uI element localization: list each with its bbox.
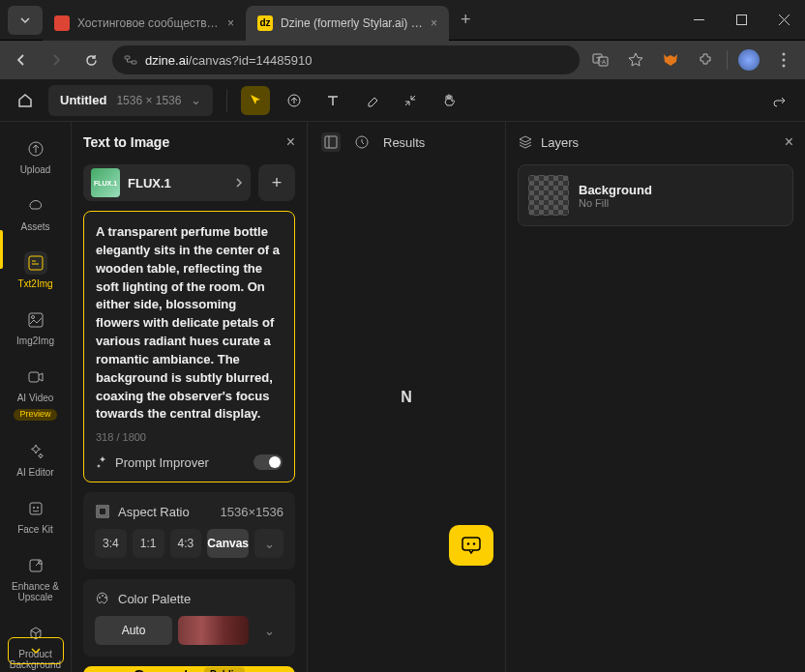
- chat-fab[interactable]: [449, 525, 493, 566]
- svg-point-18: [33, 507, 35, 509]
- ratio-canvas[interactable]: Canvas: [207, 529, 249, 558]
- rail-txt2img[interactable]: Txt2Img: [4, 244, 68, 297]
- svg-rect-0: [694, 19, 704, 20]
- generate-button[interactable]: Generate Public: [83, 666, 295, 672]
- model-thumb: FLUX.1: [91, 168, 120, 197]
- sparkle-icon: [96, 455, 109, 469]
- svg-text:A: A: [602, 59, 606, 65]
- palette-auto-button[interactable]: Auto: [95, 616, 172, 645]
- ratio-3-4[interactable]: 3:4: [95, 529, 127, 558]
- ratio-dropdown[interactable]: ⌄: [254, 529, 283, 558]
- minimize-button[interactable]: [677, 0, 720, 41]
- new-tab-button[interactable]: +: [449, 10, 483, 30]
- public-badge: Public: [204, 667, 245, 672]
- app-root: Untitled 1536 × 1536 ⌄ Upload Assets Txt…: [0, 79, 805, 672]
- layers-icon: [518, 134, 533, 150]
- svg-rect-14: [29, 313, 43, 327]
- layer-name: Background: [579, 183, 652, 197]
- rail-facekit[interactable]: Face Kit: [4, 489, 68, 542]
- layer-thumbnail: [528, 175, 569, 216]
- rail-active-indicator: [0, 230, 3, 269]
- hand-tool[interactable]: [434, 86, 463, 115]
- extension-fox-icon[interactable]: [657, 46, 684, 73]
- prompt-box: A transparent perfume bottle elegantly s…: [83, 211, 295, 482]
- svg-point-8: [783, 53, 786, 56]
- browser-tab-2[interactable]: dz Dzine (formerly Stylar.ai) - The F ×: [246, 6, 449, 41]
- browser-menu-icon[interactable]: [770, 46, 797, 73]
- palette-swatch[interactable]: [178, 616, 249, 645]
- url-domain: dzine.ai: [145, 53, 189, 68]
- rail-assets[interactable]: Assets: [4, 187, 68, 240]
- svg-point-24: [102, 595, 104, 597]
- model-selector[interactable]: FLUX.1 FLUX.1: [83, 164, 251, 201]
- maximize-button[interactable]: [720, 0, 762, 41]
- collapse-tool[interactable]: [396, 86, 425, 115]
- browser-titlebar: Хостинговое сообщество «Tim × dz Dzine (…: [0, 0, 805, 41]
- address-bar[interactable]: dzine.ai/canvas?id=14485910: [112, 45, 580, 74]
- svg-rect-16: [29, 372, 39, 382]
- doc-title: Untitled: [60, 93, 106, 107]
- prompt-improver-label: Prompt Improver: [115, 455, 248, 470]
- svg-rect-22: [99, 508, 106, 515]
- pointer-tool[interactable]: [241, 86, 270, 115]
- text-to-image-panel: Text to Image × FLUX.1 FLUX.1 + A transp…: [72, 122, 308, 672]
- svg-point-9: [783, 59, 786, 62]
- extensions-icon[interactable]: [692, 46, 719, 73]
- add-model-button[interactable]: +: [258, 164, 295, 201]
- aspect-icon: [95, 504, 110, 519]
- palette-dropdown[interactable]: ⌄: [254, 616, 283, 645]
- undo-button[interactable]: [764, 86, 793, 115]
- home-button[interactable]: [12, 87, 39, 114]
- app-toolbar: Untitled 1536 × 1536 ⌄: [0, 79, 805, 122]
- panel-close-button[interactable]: ×: [286, 133, 295, 151]
- tab-search-button[interactable]: [8, 6, 43, 35]
- color-palette-section: Color Palette Auto ⌄: [83, 579, 295, 657]
- results-label: Results: [383, 135, 425, 150]
- browser-tab-1[interactable]: Хостинговое сообщество «Tim ×: [43, 6, 246, 41]
- tab-close-button[interactable]: ×: [431, 16, 437, 30]
- back-button[interactable]: [8, 46, 35, 73]
- rail-upload[interactable]: Upload: [4, 130, 68, 183]
- svg-point-19: [37, 507, 39, 509]
- char-count: 318 / 1800: [96, 431, 283, 443]
- history-icon[interactable]: [354, 134, 370, 150]
- tab-title: Хостинговое сообщество «Tim: [77, 16, 220, 30]
- aspect-value: 1536×1536: [221, 505, 283, 519]
- text-tool[interactable]: [318, 86, 347, 115]
- aspect-ratio-section: Aspect Ratio 1536×1536 3:4 1:1 4:3 Canva…: [83, 492, 295, 570]
- svg-rect-2: [125, 56, 130, 59]
- svg-point-10: [783, 65, 786, 68]
- doc-dimensions: 1536 × 1536: [116, 94, 181, 107]
- prompt-improver-toggle[interactable]: [253, 454, 283, 470]
- document-name[interactable]: Untitled 1536 × 1536 ⌄: [48, 85, 213, 116]
- rail-aivideo[interactable]: AI VideoPreview: [4, 358, 68, 428]
- svg-point-23: [99, 597, 101, 599]
- site-settings-icon: [124, 53, 137, 67]
- rail-enhance[interactable]: Enhance & Upscale: [4, 546, 68, 610]
- close-window-button[interactable]: [762, 0, 805, 41]
- prompt-textarea[interactable]: A transparent perfume bottle elegantly s…: [96, 223, 283, 424]
- layer-fill: No Fill: [579, 197, 652, 209]
- ratio-4-3[interactable]: 4:3: [170, 529, 202, 558]
- ratio-1-1[interactable]: 1:1: [133, 529, 164, 558]
- bookmark-icon[interactable]: [622, 46, 649, 73]
- panel-toggle-icon[interactable]: [321, 132, 341, 152]
- reload-button[interactable]: [77, 46, 104, 73]
- url-path: /canvas?id=14485910: [189, 53, 313, 68]
- tab-close-button[interactable]: ×: [227, 16, 234, 30]
- rail-expand-button[interactable]: [8, 637, 64, 664]
- palette-icon: [95, 591, 110, 606]
- rail-img2img[interactable]: Img2Img: [4, 301, 68, 354]
- profile-avatar[interactable]: [735, 46, 762, 73]
- canvas-area[interactable]: Results N: [308, 122, 505, 672]
- rail-aieditor[interactable]: AI Editor: [4, 432, 68, 485]
- forward-button[interactable]: [43, 46, 70, 73]
- app-body: Upload Assets Txt2Img Img2Img AI VideoPr…: [0, 122, 805, 672]
- palette-label: Color Palette: [118, 592, 283, 606]
- translate-icon[interactable]: 文A: [587, 46, 614, 73]
- eraser-tool[interactable]: [357, 86, 386, 115]
- layers-close-button[interactable]: ×: [785, 133, 793, 151]
- upload-tool[interactable]: [280, 86, 309, 115]
- layer-item[interactable]: Background No Fill: [518, 164, 793, 226]
- layers-title: Layers: [541, 135, 777, 150]
